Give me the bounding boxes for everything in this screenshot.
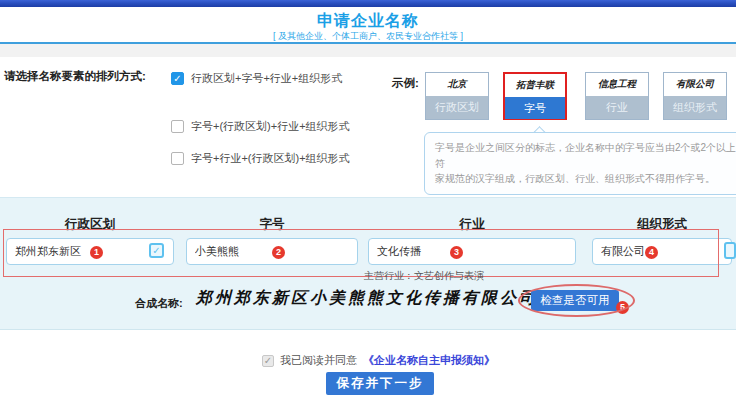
composed-name-value: 郑州郑东新区小美熊熊文化传播有限公司 [196,288,526,309]
field-header-tradename: 字号 [186,216,358,233]
example-name: 拓普丰联 [505,74,565,97]
annotation-badge-1: 1 [90,246,103,259]
arrangement-option-2[interactable]: ✓ 字号+(行政区划)+行业+组织形式 [171,119,350,134]
orgform-picker-icon[interactable] [724,242,736,259]
agreement-row: ✓ 我已阅读并同意 《企业名称自主申报须知》 [262,353,495,368]
composed-name-label: 合成名称: [135,296,183,311]
arrangement-option-label: 字号+行业+(行政区划)+组织形式 [191,151,350,166]
field-header-industry: 行业 [368,216,576,233]
check-availability-button[interactable]: 检查是否可用 [531,290,619,311]
example-category-tag: 行政区划 [426,96,488,119]
checkbox-checked-icon[interactable]: ✓ [171,72,184,85]
page-title: 申请企业名称 [0,11,736,32]
agreement-notice-link[interactable]: 《企业名称自主申报须知》 [363,353,495,368]
application-page: 申请企业名称 [ 及其他企业、个体工商户、农民专业合作社等 ] 请选择名称要素的… [0,0,736,405]
example-box-industry: 信息工程 行业 [585,72,649,120]
annotation-badge-3: 3 [450,246,463,259]
checkbox-unchecked-icon[interactable]: ✓ [171,120,184,133]
tradename-tooltip: 字号是企业之间区分的标志，企业名称中的字号应当由2个或2个以上符 家规范的汉字组… [424,132,736,195]
example-label: 示例: [392,76,419,91]
checkbox-unchecked-icon[interactable]: ✓ [171,152,184,165]
industry-note: 主营行业：文艺创作与表演 [364,269,484,283]
annotation-badge-4: 4 [645,246,658,259]
arrangement-option-3[interactable]: ✓ 字号+行业+(行政区划)+组织形式 [171,151,350,166]
header-strip [0,44,736,57]
example-box-orgform: 有限公司 组织形式 [663,72,727,120]
example-name: 信息工程 [586,73,648,96]
orgform-input[interactable] [592,238,732,265]
industry-input[interactable] [368,238,576,265]
arrangement-option-label: 字号+(行政区划)+行业+组织形式 [191,119,350,134]
tooltip-line-2: 家规范的汉字组成，行政区划、行业、组织形式不得用作字号。 [435,171,736,187]
window-top-bar [0,0,736,7]
example-name: 有限公司 [664,73,726,96]
example-category-tag: 组织形式 [664,96,726,119]
division-picker-icon[interactable]: ✓ [149,243,164,258]
example-name: 北京 [426,73,488,96]
tooltip-line-1: 字号是企业之间区分的标志，企业名称中的字号应当由2个或2个以上符 [435,140,736,171]
field-header-division: 行政区划 [6,216,174,233]
save-next-button[interactable]: 保存并下一步 [326,372,434,395]
example-category-tag: 字号 [505,97,565,119]
example-category-tag: 行业 [586,96,648,119]
arrangement-label: 请选择名称要素的排列方式: [4,69,146,84]
arrangement-option-1[interactable]: ✓ 行政区划+字号+行业+组织形式 [171,71,342,86]
field-header-orgform: 组织形式 [592,216,732,233]
annotation-badge-2: 2 [272,246,285,259]
example-box-tradename-selected: 拓普丰联 字号 [503,72,567,120]
agreement-text: 我已阅读并同意 [280,353,357,368]
agreement-checkbox-icon[interactable]: ✓ [262,355,274,367]
annotation-badge-5: 5 [616,301,629,314]
arrangement-option-label: 行政区划+字号+行业+组织形式 [191,71,342,86]
example-box-region: 北京 行政区划 [425,72,489,120]
